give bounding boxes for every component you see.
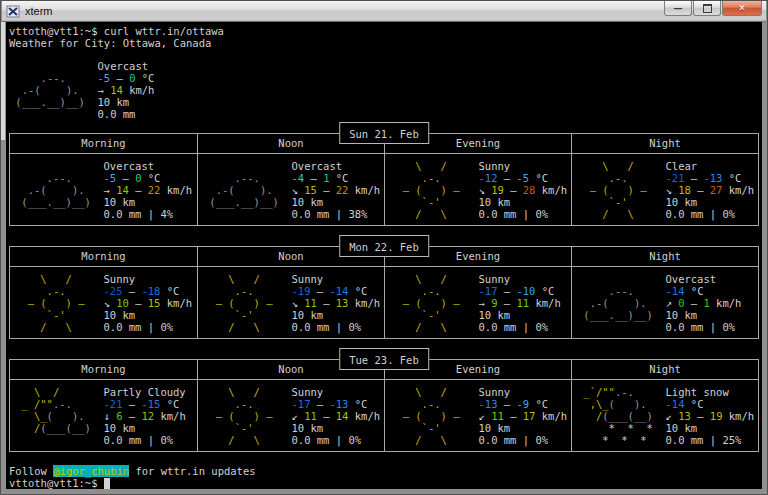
- forecast-date-box: Sun 21. Feb: [339, 122, 429, 144]
- forecast-line: .-. -17 – -13 °C: [203, 398, 384, 410]
- forecast-line: /(___(__) ↙ 13 – 19 km/h: [577, 410, 758, 422]
- forecast-line: Overcast: [203, 160, 384, 172]
- forecast-line: \ / Partly Cloudy: [15, 386, 197, 398]
- forecast-col: Noon \ / Sunny .-. -19 – -14 °C – ( ) – …: [197, 247, 384, 338]
- forecast-date-box: Mon 22. Feb: [339, 235, 429, 257]
- period-header: Morning: [10, 134, 197, 154]
- command-line: vttoth@vtt1:~$ curl wttr.in/ottawa: [9, 25, 224, 37]
- forecast-line: .-( ). ↗ 0 – 1 km/h: [577, 297, 758, 309]
- forecast-line: \ / Sunny: [203, 273, 384, 285]
- forecast-line: 0.0 mm | 38%: [203, 208, 384, 220]
- xterm-app-icon: [6, 4, 21, 19]
- close-button[interactable]: ✕: [722, 1, 762, 16]
- forecast-cell: \ / Sunny .-. -17 – -13 °C – ( ) – ↙ 11 …: [198, 380, 384, 446]
- forecast-line: 0.0 mm | 0%: [577, 321, 758, 333]
- forecast-line: Overcast: [577, 273, 758, 285]
- forecast-cell: \ / Clear .-. -21 – -13 °C – ( ) – ↘ 18 …: [572, 154, 758, 220]
- forecast-line: / \ 0.0 mm | 0%: [390, 321, 571, 333]
- period-header: Night: [572, 134, 758, 154]
- forecast-cell: \ / Sunny .-. -12 – -5 °C – ( ) – ↘ 19 –…: [385, 154, 571, 220]
- forecast-line: `-' 10 km: [390, 196, 571, 208]
- minimize-icon: —: [674, 4, 683, 13]
- forecast-col: Evening \ / Sunny .-. -12 – -5 °C – ( ) …: [384, 134, 571, 225]
- forecast-line: * * * 0.0 mm | 25%: [577, 434, 758, 446]
- forecast-line: (___.__)__) 10 km: [15, 196, 197, 208]
- forecast-line: /(___(__) 10 km: [15, 422, 197, 434]
- window-title: xterm: [25, 5, 53, 17]
- forecast-col: Morning \ / Sunny .-. -25 – -18 °C – ( )…: [10, 247, 197, 338]
- forecast-date: Sun 21. Feb: [349, 128, 419, 140]
- forecast-cell: \ / Partly Cloudy _ /"".-. -21 – -15 °C …: [10, 380, 197, 446]
- forecast-date: Tue 23. Feb: [349, 354, 419, 366]
- forecast-grid: Morning Overcast .--. -5 – 0 °C .-( ). →…: [9, 133, 759, 226]
- forecast-line: .--. -4 – 1 °C: [203, 172, 384, 184]
- forecast-line: * * * 10 km: [577, 422, 758, 434]
- forecast-day-table: Sun 21. Feb Morning Overcast .--. -5 – 0…: [9, 133, 759, 226]
- current-weather-line: .--. -5 – 0 °C: [9, 72, 154, 84]
- forecast-col: Night Overcast .--. -14 °C .-( ). ↗ 0 – …: [571, 247, 758, 338]
- forecast-col: Noon \ / Sunny .-. -17 – -13 °C – ( ) – …: [197, 360, 384, 451]
- forecast-line: `-' 10 km: [390, 309, 571, 321]
- forecast-line: .-( ). ↘ 15 – 22 km/h: [203, 184, 384, 196]
- forecast-grid: Morning \ / Partly Cloudy _ /"".-. -21 –…: [9, 359, 759, 452]
- forecast-line: – ( ) – ↘ 10 – 15 km/h: [15, 297, 197, 309]
- forecast-line: \ / Sunny: [390, 386, 571, 398]
- close-icon: ✕: [738, 4, 746, 13]
- forecast-line: \ / Clear: [577, 160, 758, 172]
- forecast-line: .-. -13 – -9 °C: [390, 398, 571, 410]
- current-weather-line: (___.__)__) 10 km: [9, 96, 154, 108]
- xterm-window: xterm — ✕ vttoth@vtt1:~$ curl wttr.in/ot…: [0, 0, 768, 495]
- forecast-line: .-. -12 – -5 °C: [390, 172, 571, 184]
- minimize-button[interactable]: —: [664, 1, 692, 16]
- forecast-line: .--. -14 °C: [577, 285, 758, 297]
- text-cursor: [104, 478, 110, 489]
- forecast-cell: _`/"".-. Light snow ,\_( ). -14 °C /(___…: [572, 380, 758, 446]
- forecast-date-box: Tue 23. Feb: [339, 348, 429, 370]
- forecast-line: \ / Sunny: [203, 386, 384, 398]
- terminal-screen[interactable]: vttoth@vtt1:~$ curl wttr.in/ottawa Weath…: [6, 22, 762, 489]
- forecast-cell: \ / Sunny .-. -25 – -18 °C – ( ) – ↘ 10 …: [10, 267, 197, 333]
- forecast-cell: Overcast .--. -14 °C .-( ). ↗ 0 – 1 km/h…: [572, 267, 758, 333]
- footer-suffix: for wttr.in updates: [129, 465, 255, 477]
- prompt-line[interactable]: vttoth@vtt1:~$: [9, 477, 110, 489]
- prompt-text: vttoth@vtt1:~$: [9, 477, 104, 489]
- maximize-icon: [703, 4, 712, 13]
- forecast-line: .-. -19 – -14 °C: [203, 285, 384, 297]
- forecast-grid: Morning \ / Sunny .-. -25 – -18 °C – ( )…: [9, 246, 759, 339]
- forecast-line: \_( ). ↓ 6 – 12 km/h: [15, 410, 197, 422]
- forecast-col: Noon Overcast .--. -4 – 1 °C .-( ). ↘ 15…: [197, 134, 384, 225]
- period-header: Morning: [10, 247, 197, 267]
- forecast-col: Morning \ / Partly Cloudy _ /"".-. -21 –…: [10, 360, 197, 451]
- forecast-cell: Overcast .--. -4 – 1 °C .-( ). ↘ 15 – 22…: [198, 154, 384, 220]
- period-header: Night: [572, 247, 758, 267]
- forecast-line: .-. -17 – -10 °C: [390, 285, 571, 297]
- forecast-line: (___.__)__) 10 km: [203, 196, 384, 208]
- forecast-line: 0.0 mm | 0%: [15, 434, 197, 446]
- forecast-line: _ /"".-. -21 – -15 °C: [15, 398, 197, 410]
- forecast-line: `-' 10 km: [15, 309, 197, 321]
- forecast-cell: \ / Sunny .-. -13 – -9 °C – ( ) – ↙ 11 –…: [385, 380, 571, 446]
- titlebar[interactable]: xterm — ✕: [2, 1, 766, 22]
- forecast-cell: Overcast .--. -5 – 0 °C .-( ). → 14 – 22…: [10, 154, 197, 220]
- forecast-line: .-. -25 – -18 °C: [15, 285, 197, 297]
- forecast-date: Mon 22. Feb: [349, 241, 419, 253]
- forecast-line: Overcast: [15, 160, 197, 172]
- forecast-day-table: Tue 23. Feb Morning \ / Partly Cloudy _ …: [9, 359, 759, 452]
- forecast-line: \ / Sunny: [390, 160, 571, 172]
- forecast-line: – ( ) – ↘ 11 – 13 km/h: [203, 297, 384, 309]
- forecast-col: Morning Overcast .--. -5 – 0 °C .-( ). →…: [10, 134, 197, 225]
- twitter-handle[interactable]: @igor_chubin: [53, 465, 129, 477]
- forecast-line: `-' 10 km: [577, 196, 758, 208]
- location-line: Weather for City: Ottawa, Canada: [9, 37, 211, 49]
- forecast-line: – ( ) – ↘ 19 – 28 km/h: [390, 184, 571, 196]
- forecast-line: / \ 0.0 mm | 0%: [390, 434, 571, 446]
- maximize-button[interactable]: [693, 1, 721, 16]
- forecast-col: Evening \ / Sunny .-. -17 – -10 °C – ( )…: [384, 247, 571, 338]
- forecast-col: Night _`/"".-. Light snow ,\_( ). -14 °C…: [571, 360, 758, 451]
- forecast-day-table: Mon 22. Feb Morning \ / Sunny .-. -25 – …: [9, 246, 759, 339]
- terminal-scrollbar[interactable]: [1, 22, 5, 140]
- period-header: Night: [572, 360, 758, 380]
- current-weather-line: .-( ). → 14 km/h: [9, 84, 154, 96]
- forecast-line: / \ 0.0 mm | 0%: [15, 321, 197, 333]
- forecast-line: (___.__)__) 10 km: [577, 309, 758, 321]
